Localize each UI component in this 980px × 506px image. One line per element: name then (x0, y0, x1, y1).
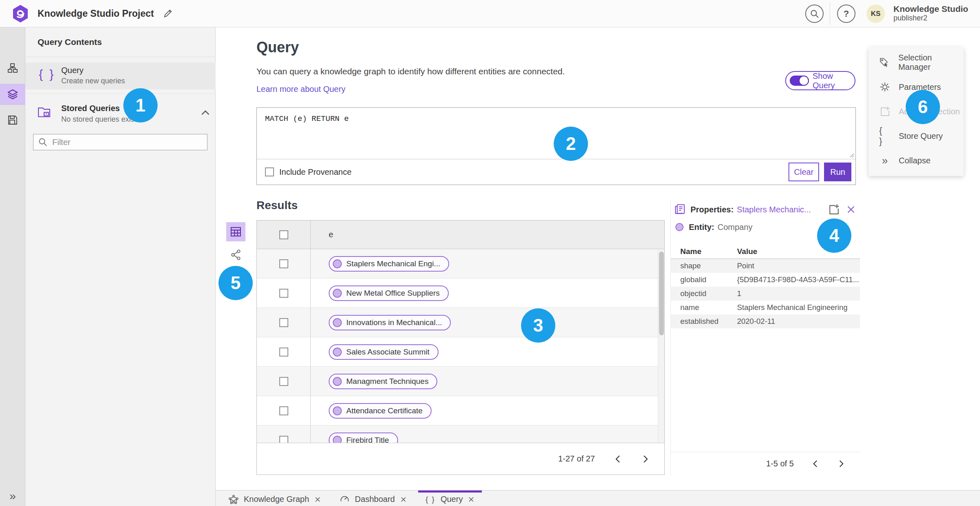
annotation-callout-4: 4 (817, 218, 851, 253)
column-header-e: e (311, 221, 664, 249)
filter-search-icon (38, 138, 47, 147)
tab-dashboard[interactable]: Dashboard (332, 490, 414, 506)
properties-doc-icon (674, 204, 686, 215)
close-tab-icon[interactable] (400, 496, 407, 503)
chevron-up-icon[interactable] (201, 109, 210, 116)
braces-icon: { } (39, 67, 55, 81)
entity-label: Innovations in Mechanical... (346, 318, 442, 327)
layers-rail-button[interactable] (0, 84, 25, 105)
table-view-button[interactable] (226, 222, 245, 241)
braces-icon: { } (879, 125, 891, 147)
entity-dot-icon (333, 406, 342, 415)
panel-title: Query Contents (38, 27, 102, 57)
next-page-icon[interactable] (641, 454, 650, 464)
query-page: Query You can query a knowledge graph to… (216, 27, 980, 490)
show-query-toggle[interactable]: Show Query (785, 71, 855, 90)
close-tab-icon[interactable] (468, 496, 474, 503)
entity-pill[interactable]: Attendance Certificate (329, 403, 432, 419)
entity-label: Staplers Mechanical Engi... (346, 259, 440, 268)
user-avatar[interactable]: KS (866, 4, 885, 23)
menu-item-store-query[interactable]: { } Store Query (869, 124, 964, 148)
table-icon (230, 226, 241, 237)
user-info: Knowledge Studio publisher2 (893, 4, 968, 22)
row-checkbox[interactable] (279, 348, 288, 357)
property-name: name (671, 303, 737, 312)
help-button[interactable]: ? (837, 4, 855, 23)
previous-page-icon[interactable] (810, 459, 820, 469)
entity-pill[interactable]: Managment Techniques (329, 374, 437, 389)
resize-handle[interactable] (849, 152, 854, 158)
column-header-name: Name (671, 247, 737, 256)
next-page-icon[interactable] (836, 459, 846, 469)
entity-pill[interactable]: Staplers Mechanical Engi... (329, 256, 449, 272)
show-query-label: Show Query (813, 71, 855, 90)
stored-queries-folder-icon (38, 106, 51, 118)
row-checkbox[interactable] (279, 259, 288, 268)
sidebar-item-stored-queries[interactable]: Stored Queries No stored queries exist (25, 94, 216, 134)
save-rail-button[interactable] (0, 109, 25, 131)
entity-label: New Metal Office Suppliers (346, 289, 440, 298)
property-row: globalid {5D9B4713-F98D-4A53-A59F-C11... (671, 273, 860, 287)
properties-table: Name Value shape Point globalid {5D9B471… (671, 244, 860, 328)
entity-pill[interactable]: Innovations in Mechanical... (329, 315, 451, 330)
sidebar-item-query[interactable]: { } Query Create new queries (25, 62, 216, 89)
user-role: publisher2 (893, 14, 968, 22)
properties-entity-link[interactable]: Staplers Mechanic... (737, 205, 811, 214)
entity-pill[interactable]: Firebird Title (329, 432, 398, 444)
property-row: name Staplers Mechanical Engineering (671, 301, 860, 314)
row-checkbox[interactable] (279, 377, 288, 386)
add-to-selection-icon (879, 106, 891, 117)
include-provenance-checkbox[interactable] (265, 167, 274, 176)
entity-label: Sales Associate Summit (346, 348, 430, 357)
tab-knowledge-graph[interactable]: Knowledge Graph (221, 490, 328, 506)
app-logo-icon[interactable] (11, 4, 29, 23)
property-value: Staplers Mechanical Engineering (737, 303, 860, 312)
property-value: 2020-02-11 (737, 317, 860, 326)
entity-dot-icon (675, 223, 684, 231)
row-checkbox[interactable] (279, 436, 288, 444)
add-to-selection-icon[interactable] (828, 204, 840, 215)
toggle-switch[interactable] (790, 76, 809, 86)
clear-button[interactable]: Clear (788, 163, 820, 181)
tab-label: Knowledge Graph (244, 495, 309, 504)
select-all-checkbox[interactable] (279, 230, 288, 239)
previous-page-icon[interactable] (613, 454, 623, 464)
expand-rail-icon[interactable]: » (0, 490, 25, 503)
entity-pill[interactable]: Sales Associate Summit (329, 344, 439, 360)
close-tab-icon[interactable] (314, 496, 321, 503)
results-heading: Results (256, 199, 298, 212)
row-checkbox[interactable] (279, 318, 288, 327)
entity-type-value: Company (717, 223, 753, 232)
annotation-callout-3: 3 (521, 308, 555, 343)
entity-pill[interactable]: New Metal Office Suppliers (329, 285, 449, 301)
entity-label: Managment Techniques (346, 377, 428, 386)
table-row: Staplers Mechanical Engi... (257, 249, 664, 279)
run-button[interactable]: Run (824, 163, 851, 181)
tab-label: Dashboard (355, 495, 395, 504)
scrollbar-thumb[interactable] (659, 252, 664, 335)
close-properties-icon[interactable] (847, 205, 855, 214)
pagination-range: 1-5 of 5 (766, 459, 794, 468)
graph-view-button[interactable] (230, 249, 242, 261)
query-item-subtitle: Create new queries (61, 77, 125, 85)
property-value: Point (737, 261, 860, 270)
query-editor-footer: Include Provenance Clear Run (257, 159, 855, 185)
stored-queries-title: Stored Queries (61, 104, 120, 113)
table-row: Firebird Title (257, 426, 664, 443)
row-checkbox[interactable] (279, 289, 288, 298)
edit-title-icon[interactable] (163, 8, 175, 20)
menu-item-selection-manager[interactable]: Selection Manager (869, 50, 964, 75)
entity-dot-icon (333, 348, 342, 357)
search-button[interactable] (805, 4, 824, 23)
menu-item-collapse[interactable]: » Collapse (869, 148, 964, 173)
row-checkbox[interactable] (279, 406, 288, 415)
results-table-header: e (257, 221, 664, 249)
property-value: {5D9B4713-F98D-4A53-A59F-C11... (737, 275, 860, 284)
search-icon (810, 9, 819, 18)
pagination-range: 1-27 of 27 (558, 454, 595, 464)
tab-query[interactable]: { } Query (418, 490, 482, 506)
filter-input[interactable] (52, 138, 191, 147)
learn-more-link[interactable]: Learn more about Query (256, 85, 345, 94)
sitemap-rail-button[interactable] (0, 58, 25, 79)
results-table: e Staplers Mechanical Engi... New Metal … (256, 220, 665, 475)
